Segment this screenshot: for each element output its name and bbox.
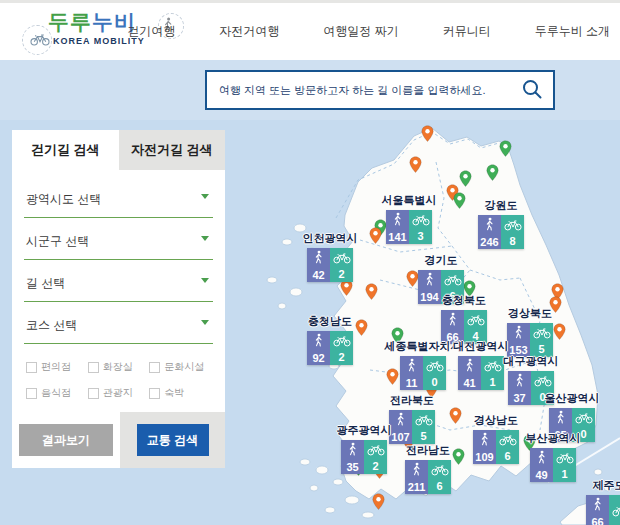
walk-count: 49	[535, 469, 547, 481]
panel-actions: 결과보기 교통 검색	[12, 412, 225, 468]
search-section	[0, 60, 620, 120]
bicycle-icon	[556, 450, 574, 468]
chevron-down-icon	[201, 236, 209, 241]
region-stat[interactable]: 부산광역시 49 1	[509, 431, 597, 482]
logo-text-green: 두루	[48, 10, 92, 33]
region-name: 부산광역시	[509, 431, 597, 446]
nav-item[interactable]: 여행일정 짜기	[301, 23, 420, 40]
walk-count-cell: 11	[400, 356, 423, 390]
bike-count-cell: 2	[330, 248, 353, 282]
region-badge[interactable]: 92 2	[307, 331, 353, 365]
bicycle-icon	[533, 325, 551, 343]
amenity-checkbox-item[interactable]: 화장실	[88, 360, 150, 374]
bike-count-cell: 5	[412, 410, 435, 444]
walker-icon	[447, 312, 458, 331]
map-pin-icon[interactable]	[365, 283, 378, 300]
checkbox[interactable]	[88, 362, 99, 373]
region-name: 경상북도	[486, 306, 574, 321]
region-badge[interactable]: 246 8	[478, 215, 524, 249]
region-badge[interactable]: 49 1	[530, 448, 576, 482]
view-results-button[interactable]: 결과보기	[19, 424, 113, 456]
map-pin-icon[interactable]	[486, 164, 499, 181]
bicycle-icon	[467, 312, 485, 330]
region-badge[interactable]: 66	[586, 495, 620, 525]
walker-icon	[347, 442, 358, 461]
region-name: 경상남도	[452, 413, 540, 428]
map-pin-icon[interactable]	[499, 140, 512, 157]
filter-dropdown[interactable]: 코스 선택	[24, 302, 213, 344]
walker-icon	[406, 358, 417, 377]
filter-dropdown[interactable]: 시군구 선택	[24, 218, 213, 260]
bicycle-icon	[412, 212, 430, 230]
region-badge[interactable]: 211 6	[405, 460, 451, 494]
map-pin-icon[interactable]	[409, 156, 422, 173]
region-name: 서울특별시	[365, 193, 453, 208]
region-stat[interactable]: 충청남도 92 2	[286, 314, 374, 365]
bike-count-cell: 1	[553, 448, 576, 482]
amenity-checkbox-item[interactable]: 문화시설	[149, 360, 211, 374]
region-name: 인천광역시	[286, 231, 374, 246]
search-button[interactable]	[511, 72, 553, 108]
search-input[interactable]	[207, 84, 511, 96]
top-header: 두루누비 KOREA MOBILITY 걷기여행 자전거여행 여행일정 짜기 커…	[0, 0, 620, 60]
nav-item[interactable]: 자전거여행	[197, 23, 301, 40]
checkbox[interactable]	[88, 388, 99, 399]
region-name: 대구광역시	[487, 354, 575, 369]
search-box	[205, 70, 555, 110]
filter-dropdown[interactable]: 길 선택	[24, 260, 213, 302]
walker-icon	[484, 217, 495, 236]
region-name: 울산광역시	[528, 391, 616, 406]
region-badge[interactable]: 141 3	[386, 210, 432, 244]
walker-icon	[424, 272, 435, 291]
region-badge[interactable]: 42 2	[307, 248, 353, 282]
amenity-label: 화장실	[103, 360, 133, 374]
walk-count: 35	[346, 461, 358, 473]
region-name: 강원도	[457, 198, 545, 213]
walker-icon	[392, 212, 403, 231]
map-pin-icon[interactable]	[421, 125, 434, 142]
region-name: 경기도	[397, 253, 485, 268]
walker-icon	[555, 410, 566, 429]
amenity-checkbox-item[interactable]: 편의점	[26, 360, 88, 374]
region-name: 충청남도	[286, 314, 374, 329]
amenity-checkbox-item[interactable]: 음식점	[26, 386, 88, 400]
region-stat[interactable]: 강원도 246 8	[457, 198, 545, 249]
filter-label: 시군구 선택	[26, 234, 89, 248]
walker-icon	[313, 333, 324, 352]
panel-tab[interactable]: 자전거길 검색	[119, 130, 226, 170]
region-stat[interactable]: 서울특별시 141 3	[365, 193, 453, 244]
checkbox[interactable]	[26, 362, 37, 373]
filter-label: 길 선택	[26, 276, 65, 290]
walk-count: 37	[513, 392, 525, 404]
region-stat[interactable]: 제주도 66	[565, 478, 620, 525]
bicycle-icon	[333, 333, 351, 351]
bike-count: 2	[338, 351, 344, 363]
map-pin-icon[interactable]	[372, 493, 385, 510]
checkbox[interactable]	[26, 388, 37, 399]
region-stat[interactable]: 전라남도 211 6	[384, 443, 472, 494]
panel-tab[interactable]: 걷기길 검색	[12, 130, 119, 170]
bicycle-icon	[612, 503, 620, 521]
nav-item[interactable]: 커뮤니티	[421, 23, 513, 40]
filter-dropdown[interactable]: 광역시도 선택	[24, 176, 213, 218]
region-badge[interactable]: 35 2	[341, 440, 387, 474]
region-stat[interactable]: 인천광역시 42 2	[286, 231, 374, 282]
walker-icon	[479, 432, 490, 451]
checkbox[interactable]	[149, 362, 160, 373]
walker-icon	[313, 250, 324, 269]
walk-count: 11	[406, 377, 418, 389]
amenity-checkbox-item[interactable]: 숙박	[149, 386, 211, 400]
bike-count: 5	[420, 430, 426, 442]
walker-icon	[464, 358, 475, 377]
amenity-label: 편의점	[41, 360, 71, 374]
region-name: 광주광역시	[320, 423, 408, 438]
amenity-checkbox-item[interactable]: 관광지	[88, 386, 150, 400]
main-nav: 걷기여행 자전거여행 여행일정 짜기 커뮤니티 두루누비 소개	[105, 3, 620, 60]
bicycle-icon	[431, 462, 449, 480]
transit-search-button[interactable]: 교통 검색	[137, 424, 209, 456]
nav-item[interactable]: 걷기여행	[105, 23, 197, 40]
nav-item[interactable]: 두루누비 소개	[513, 23, 620, 40]
walk-count: 211	[408, 481, 426, 493]
map-pin-icon[interactable]	[459, 170, 472, 187]
checkbox[interactable]	[149, 388, 160, 399]
